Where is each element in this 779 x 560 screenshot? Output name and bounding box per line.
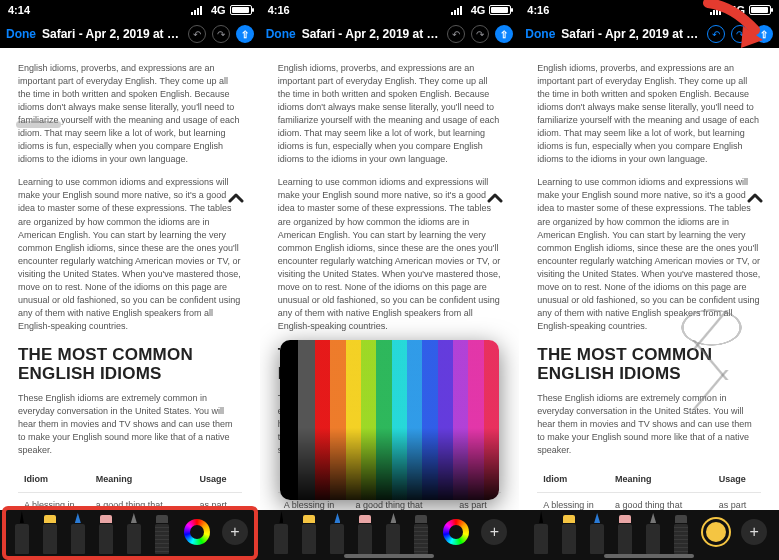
nav-bar: Done Safari - Apr 2, 2019 at 6/0… ↶ ↷ ⇧ [260,20,520,48]
ruler-tool[interactable] [411,510,431,554]
highlighter-tool[interactable] [559,510,579,554]
document-page: English idioms, proverbs, and expression… [519,48,779,510]
color-grid[interactable] [280,340,500,500]
idioms-table: Idiom Meaning Usage A blessing in disgui… [18,467,242,510]
page-title: Safari - Apr 2, 2019 at 6/0… [561,27,701,41]
paragraph-2: Learning to use common idioms and expres… [18,176,242,333]
scroll-top-button[interactable] [222,184,250,212]
highlighter-tool[interactable] [299,510,319,554]
lasso-tool[interactable] [643,510,663,554]
lasso-tool[interactable] [383,510,403,554]
table-row: A blessing in disguise a good thing that… [18,493,242,510]
table-header: Idiom [18,467,90,493]
eraser-tool[interactable] [355,510,375,554]
color-picker-popup[interactable] [280,340,500,500]
pen-tool[interactable] [531,510,551,554]
done-button[interactable]: Done [525,27,555,41]
color-well[interactable] [184,519,210,545]
redaction-mark [16,123,185,126]
paragraph-3: These English idioms are extremely commo… [18,392,242,457]
table-header: Meaning [90,467,194,493]
share-icon[interactable]: ⇧ [236,25,254,43]
color-well[interactable] [443,519,469,545]
paragraph-1: English idioms, proverbs, and expression… [18,62,242,166]
highlighter-tool[interactable] [40,510,60,554]
scroll-top-button[interactable] [741,184,769,212]
idioms-table: Idiom Meaning Usage A blessing in disgui… [537,467,761,510]
pencil-tool[interactable] [68,510,88,554]
screen-1: 4:14 4G Done Safari - Apr 2, 2019 at 6/0… [0,0,260,560]
pen-tool[interactable] [12,510,32,554]
page-title: Safari - Apr 2, 2019 at 6/0… [302,27,442,41]
undo-icon[interactable]: ↶ [447,25,465,43]
network-label: 4G [471,4,486,16]
nav-bar: Done Safari - Apr 2, 2019 at 6/0… ↶ ↷ ⇧ [0,20,260,48]
paragraph-3: These English idioms are extremely commo… [537,392,761,457]
markup-toolbar: + [0,510,260,560]
add-button[interactable]: + [481,519,507,545]
ruler-tool[interactable] [152,510,172,554]
table-header: Idiom [537,467,609,493]
status-bar: 4:16 4G [260,0,520,20]
redo-icon[interactable]: ↷ [212,25,230,43]
pencil-tool[interactable] [327,510,347,554]
battery-icon [230,5,252,15]
screenshot-row: 4:14 4G Done Safari - Apr 2, 2019 at 6/0… [0,0,779,560]
color-well[interactable] [703,519,729,545]
section-heading: THE MOST COMMON ENGLISH IDIOMS [537,345,761,384]
screen-3: 4:16 4G Done Safari - Apr 2, 2019 at 6/0… [519,0,779,560]
cell-signal-icon [451,5,467,15]
ruler-tool[interactable] [671,510,691,554]
markup-toolbar: + [260,510,520,560]
undo-icon[interactable]: ↶ [188,25,206,43]
markup-toolbar: + [519,510,779,560]
paragraph-1: English idioms, proverbs, and expression… [278,62,502,166]
eraser-tool[interactable] [615,510,635,554]
page-title: Safari - Apr 2, 2019 at 6/0… [42,27,182,41]
share-icon[interactable]: ⇧ [495,25,513,43]
pen-tool[interactable] [271,510,291,554]
pencil-tool[interactable] [587,510,607,554]
screen-2: 4:16 4G Done Safari - Apr 2, 2019 at 6/0… [260,0,520,560]
lasso-tool[interactable] [124,510,144,554]
eraser-tool[interactable] [96,510,116,554]
table-header: Usage [713,467,761,493]
cell-signal-icon [191,5,207,15]
table-header: Meaning [609,467,713,493]
redo-icon[interactable]: ↷ [471,25,489,43]
home-indicator [344,554,434,558]
add-button[interactable]: + [741,519,767,545]
clock: 4:14 [8,4,30,16]
done-button[interactable]: Done [266,27,296,41]
clock: 4:16 [268,4,290,16]
network-label: 4G [211,4,226,16]
paragraph-1: English idioms, proverbs, and expression… [537,62,761,166]
table-row: A blessing in disguise a good thing that… [537,493,761,510]
annotation-arrow-icon [703,0,773,58]
paragraph-2: Learning to use common idioms and expres… [537,176,761,333]
section-heading: THE MOST COMMON ENGLISH IDIOMS [18,345,242,384]
battery-icon [489,5,511,15]
paragraph-2: Learning to use common idioms and expres… [278,176,502,333]
table-header: Usage [194,467,242,493]
document-page: English idioms, proverbs, and expression… [0,48,260,510]
status-bar: 4:14 4G [0,0,260,20]
done-button[interactable]: Done [6,27,36,41]
add-button[interactable]: + [222,519,248,545]
home-indicator [604,554,694,558]
scroll-top-button[interactable] [481,184,509,212]
clock: 4:16 [527,4,549,16]
